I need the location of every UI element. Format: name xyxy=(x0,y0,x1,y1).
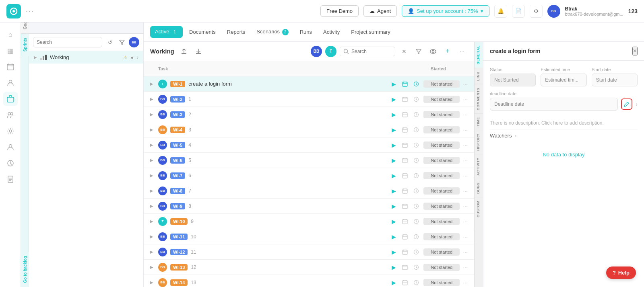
clock-row-icon[interactable] xyxy=(412,96,420,102)
play-icon[interactable]: ▶ xyxy=(390,218,398,225)
nav-tab-project-summary[interactable]: Project summary xyxy=(346,27,395,37)
nav-tab-activity[interactable]: Activity xyxy=(318,27,345,37)
play-icon[interactable]: ▶ xyxy=(390,157,398,164)
clock-row-icon[interactable] xyxy=(412,264,420,270)
clock-row-icon[interactable] xyxy=(412,203,420,209)
deadline-value[interactable]: Deadline date xyxy=(490,98,618,111)
sidebar-item-person[interactable] xyxy=(3,76,18,90)
right-panel-close-button[interactable]: × xyxy=(632,47,638,55)
status-badge[interactable]: Not started xyxy=(423,96,460,103)
calendar-row-icon[interactable] xyxy=(401,203,409,209)
table-row[interactable]: ▶ BB WI-3 2 ▶ Not started ··· xyxy=(144,107,474,122)
table-row[interactable]: ▶ BB WI-8 7 ▶ Not started ··· xyxy=(144,183,474,199)
clock-row-icon[interactable] xyxy=(412,234,420,240)
description-text[interactable]: There is no description. Click here to a… xyxy=(490,117,638,129)
row-more-icon[interactable]: ··· xyxy=(463,142,468,148)
table-row[interactable]: ▶ BB WI-5 4 ▶ Not started ··· xyxy=(144,137,474,153)
nav-tab-active[interactable]: Active 1 xyxy=(150,26,183,38)
help-button[interactable]: ? Help xyxy=(606,266,636,279)
user-avatar-bb[interactable]: BB xyxy=(311,46,322,57)
play-icon[interactable]: ▶ xyxy=(390,172,398,179)
app-logo[interactable] xyxy=(6,4,21,18)
history-vtab[interactable]: HISTORY xyxy=(475,130,483,154)
play-icon[interactable]: ▶ xyxy=(390,142,398,148)
filter-tasks-button[interactable] xyxy=(413,46,424,57)
calendar-row-icon[interactable] xyxy=(401,264,409,270)
clock-row-icon[interactable] xyxy=(412,173,420,178)
custom-vtab[interactable]: CUSTOM xyxy=(475,197,483,221)
task-search-input[interactable] xyxy=(351,49,392,54)
deadline-arrow-icon[interactable]: › xyxy=(636,101,638,107)
status-value[interactable]: Not Started xyxy=(490,74,536,86)
calendar-row-icon[interactable] xyxy=(401,219,409,224)
status-badge[interactable]: Not started xyxy=(423,172,460,179)
avatar[interactable]: BB xyxy=(547,5,560,18)
status-badge[interactable]: Not started xyxy=(423,187,460,195)
sidebar-item-calendar[interactable] xyxy=(3,59,18,74)
working-arrow-icon[interactable]: › xyxy=(137,55,138,60)
filter-button[interactable] xyxy=(117,37,127,47)
table-row[interactable]: ▶ BB WI-7 6 ▶ Not started ··· xyxy=(144,168,474,183)
play-icon[interactable]: ▶ xyxy=(390,249,398,255)
sidebar-item-briefcase[interactable] xyxy=(3,92,18,106)
user-filter-avatar[interactable]: BB xyxy=(129,37,139,47)
panel-working-item[interactable]: ▶ Working ⚠ ● › xyxy=(29,51,143,64)
activity-vtab[interactable]: ACTIVITY xyxy=(475,154,483,179)
panel-search-input[interactable] xyxy=(33,37,102,47)
row-expand-icon[interactable]: ▶ xyxy=(150,82,155,86)
setup-account-button[interactable]: 👤 Set up your account : 75% ▾ xyxy=(402,5,489,17)
status-badge[interactable]: Not started xyxy=(423,80,460,88)
comments-vtab[interactable]: COMMENTS xyxy=(475,84,483,114)
more-options-button[interactable]: ··· xyxy=(456,46,468,57)
clock-row-icon[interactable] xyxy=(412,112,420,117)
calendar-row-icon[interactable] xyxy=(401,188,409,194)
clock-row-icon[interactable] xyxy=(412,219,420,224)
notifications-button[interactable]: 🔔 xyxy=(494,5,507,18)
row-more-icon[interactable]: ··· xyxy=(463,127,468,133)
row-more-icon[interactable]: ··· xyxy=(463,234,468,240)
bugs-vtab[interactable]: BUGS xyxy=(475,179,483,197)
table-row[interactable]: ▶ BB WI-6 5 ▶ Not started ··· xyxy=(144,153,474,168)
clock-row-icon[interactable] xyxy=(412,158,420,163)
table-row[interactable]: ▶ BB WI-4 3 ▶ Not started ··· xyxy=(144,122,474,137)
nav-tab-documents[interactable]: Documents xyxy=(184,27,221,37)
calendar-row-icon[interactable] xyxy=(401,173,409,178)
status-badge[interactable]: Not started xyxy=(423,203,460,210)
calendar-row-icon[interactable] xyxy=(401,127,409,133)
sprints-tab[interactable]: Sprints xyxy=(21,34,29,55)
clock-row-icon[interactable] xyxy=(412,280,420,285)
calendar-row-icon[interactable] xyxy=(401,234,409,240)
table-row[interactable]: ▶ BB WI-2 1 ▶ Not started ··· xyxy=(144,92,474,107)
table-row[interactable]: ▶ BB WI-9 8 ▶ Not started ··· xyxy=(144,199,474,214)
sidebar-item-clock[interactable] xyxy=(3,156,18,170)
status-badge[interactable]: Not started xyxy=(423,248,460,256)
sidebar-item-report[interactable] xyxy=(3,172,18,187)
calendar-row-icon[interactable] xyxy=(401,280,409,285)
table-row[interactable]: ▶ BB WI-13 12 ▶ Not started ··· xyxy=(144,260,474,275)
calendar-row-icon[interactable] xyxy=(401,142,409,148)
backlog-tab[interactable]: Go to backlog xyxy=(21,252,29,287)
play-icon[interactable]: ▶ xyxy=(390,81,398,87)
play-icon[interactable]: ▶ xyxy=(390,111,398,118)
status-badge[interactable]: Not started xyxy=(423,233,460,240)
table-row[interactable]: ▶ BB WI-14 13 ▶ Not started ··· xyxy=(144,275,474,287)
status-badge[interactable]: Not started xyxy=(423,218,460,225)
row-more-icon[interactable]: ··· xyxy=(463,203,468,209)
row-more-icon[interactable]: ··· xyxy=(463,249,468,255)
play-icon[interactable]: ▶ xyxy=(390,127,398,133)
agent-button[interactable]: ☁ Agent xyxy=(363,5,397,17)
clock-row-icon[interactable] xyxy=(412,142,420,148)
calendar-row-icon[interactable] xyxy=(401,158,409,163)
clock-row-icon[interactable] xyxy=(412,249,420,255)
nav-tab-reports[interactable]: Reports xyxy=(222,27,250,37)
row-more-icon[interactable]: ··· xyxy=(463,157,468,164)
row-more-icon[interactable]: ··· xyxy=(463,172,468,179)
play-icon[interactable]: ▶ xyxy=(390,264,398,271)
sidebar-item-team[interactable] xyxy=(3,108,18,122)
table-row[interactable]: ▶ T WI-1 create a login form ▶ Not start… xyxy=(144,76,474,92)
status-badge[interactable]: Not started xyxy=(423,111,460,118)
settings-button[interactable]: ⚙ xyxy=(530,5,543,18)
goals-tab[interactable]: Goals xyxy=(21,23,29,33)
row-more-icon[interactable]: ··· xyxy=(463,111,468,118)
table-row[interactable]: ▶ T WI-10 9 ▶ Not started ··· xyxy=(144,214,474,229)
